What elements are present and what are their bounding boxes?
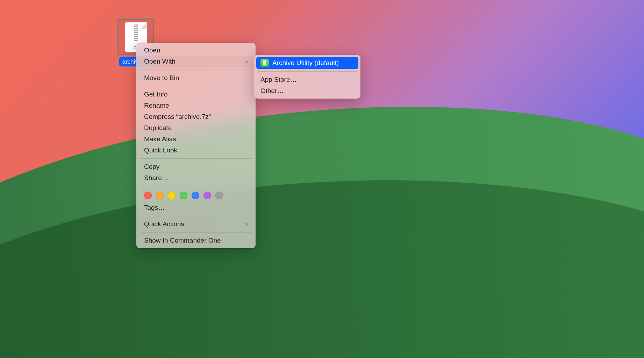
- menu-copy[interactable]: Copy: [136, 161, 256, 172]
- menu-show-in-commander-one[interactable]: Show In Commander One: [136, 235, 256, 246]
- menu-label: Move to Bin: [144, 74, 179, 82]
- menu-get-info[interactable]: Get Info: [136, 89, 256, 100]
- menu-separator: [140, 86, 252, 86]
- tag-color-purple[interactable]: [203, 192, 211, 199]
- submenu-other[interactable]: Other…: [256, 85, 358, 96]
- menu-label: Make Alias: [144, 135, 176, 143]
- desktop-wallpaper: [0, 0, 644, 358]
- menu-tag-color-row: [136, 189, 256, 202]
- open-with-submenu: Archive Utility (default) App Store… Oth…: [254, 55, 360, 99]
- menu-quick-look[interactable]: Quick Look: [136, 145, 256, 156]
- menu-tags[interactable]: Tags…: [136, 202, 256, 213]
- tag-color-orange[interactable]: [156, 192, 164, 199]
- menu-label: Copy: [144, 163, 159, 171]
- submenu-label: Archive Utility (default): [272, 59, 339, 67]
- menu-label: Quick Look: [144, 146, 177, 154]
- menu-label: Quick Actions: [144, 220, 184, 228]
- menu-label: Compress “archive.7z”: [144, 113, 211, 121]
- menu-label: Show In Commander One: [144, 237, 221, 244]
- menu-open-with[interactable]: Open With ›: [136, 56, 256, 67]
- context-menu: Open Open With › Move to Bin Get Info Re…: [136, 43, 256, 248]
- menu-label: Open: [144, 46, 160, 54]
- menu-label: Rename: [144, 102, 169, 109]
- submenu-archive-utility[interactable]: Archive Utility (default): [256, 57, 358, 69]
- menu-share[interactable]: Share…: [136, 172, 256, 184]
- menu-duplicate[interactable]: Duplicate: [136, 122, 256, 134]
- menu-rename[interactable]: Rename: [136, 100, 256, 111]
- chevron-right-icon: ›: [246, 221, 248, 228]
- chevron-right-icon: ›: [246, 58, 248, 65]
- menu-separator: [140, 70, 252, 70]
- menu-separator: [140, 232, 252, 232]
- tag-color-blue[interactable]: [192, 192, 199, 199]
- menu-label: Open With: [144, 58, 176, 65]
- tag-color-gray[interactable]: [215, 192, 223, 199]
- archive-utility-icon: [260, 59, 269, 67]
- submenu-app-store[interactable]: App Store…: [256, 74, 358, 85]
- tag-color-green[interactable]: [180, 192, 187, 199]
- menu-separator: [258, 71, 357, 72]
- menu-open[interactable]: Open: [136, 45, 256, 56]
- menu-move-to-bin[interactable]: Move to Bin: [136, 72, 256, 84]
- menu-make-alias[interactable]: Make Alias: [136, 134, 256, 145]
- menu-label: Tags…: [144, 204, 165, 212]
- menu-compress[interactable]: Compress “archive.7z”: [136, 111, 256, 122]
- menu-separator: [140, 158, 252, 159]
- menu-label: Duplicate: [144, 124, 172, 132]
- tag-color-yellow[interactable]: [168, 192, 176, 199]
- submenu-label: App Store…: [260, 76, 297, 84]
- menu-quick-actions[interactable]: Quick Actions ›: [136, 219, 256, 230]
- menu-separator: [140, 216, 252, 216]
- menu-label: Share…: [144, 174, 169, 182]
- submenu-label: Other…: [260, 87, 284, 95]
- menu-label: Get Info: [144, 91, 168, 98]
- tag-color-red[interactable]: [144, 192, 152, 199]
- menu-separator: [140, 186, 252, 186]
